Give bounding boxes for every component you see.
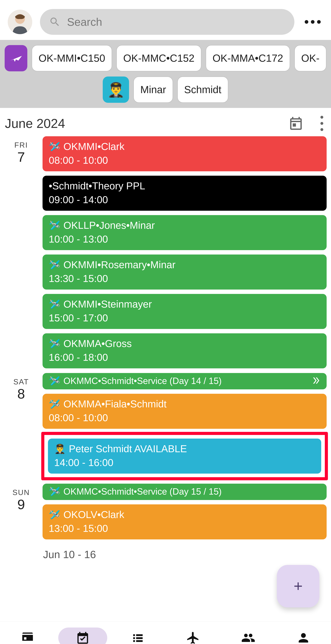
day-column: SAT8	[5, 373, 38, 479]
nav-icon-wrap	[3, 628, 52, 644]
aircraft-pill-ok-mma[interactable]: OK-MMA•C172	[206, 45, 290, 71]
calendar-event[interactable]: 🛩️ OKMMC•Schmidt•Service (Day 15 / 15)	[43, 484, 326, 500]
calendar-event[interactable]: 🛩️ OKMMI•Clark08:00 - 10:00	[43, 136, 326, 171]
day-column: SUN9	[5, 484, 38, 540]
nav-item-schedule[interactable]: Schedule	[55, 622, 110, 644]
event-title: •Schmidt•Theory PPL	[49, 180, 320, 192]
events-column: 🛩️ OKMMC•Schmidt•Service (Day 15 / 15)🛩️…	[43, 484, 326, 540]
event-time: 16:00 - 18:00	[49, 352, 320, 363]
event-title: 🛩️ OKMMC•Schmidt•Service (Day 14 / 15)	[49, 375, 320, 386]
plane-small-icon: 🛩️	[49, 259, 60, 270]
aircraft-pill-ok-mmi[interactable]: OK-MMI•C150	[32, 45, 112, 71]
event-time: 14:00 - 16:00	[54, 457, 315, 468]
calendar-event[interactable]: 🛩️ OKMMA•Fiala•Schmidt08:00 - 10:00	[43, 394, 326, 429]
dot-icon	[320, 128, 323, 131]
avatar[interactable]	[8, 10, 32, 34]
event-title: 🛩️ OKLLP•Jones•Minar	[49, 220, 320, 231]
day-column: FRI7	[5, 136, 38, 368]
day-number: 7	[5, 149, 38, 165]
event-time: 10:00 - 13:00	[49, 233, 320, 245]
person-pill-minar[interactable]: Minar	[133, 76, 173, 103]
plane-small-icon: 🛩️	[49, 299, 60, 310]
people-icon	[241, 631, 255, 644]
next-week-label: Jun 10 - 16	[43, 548, 326, 560]
pilot-icon: 👨‍✈️	[107, 82, 125, 98]
event-title: 🛩️ OKMMI•Rosemary•Minar	[49, 259, 320, 270]
event-time: 08:00 - 10:00	[49, 154, 320, 166]
event-title: 🛩️ OKOLV•Clark	[49, 509, 320, 520]
calendar-event[interactable]: 🛩️ OKMMI•Rosemary•Minar13:30 - 15:00	[43, 254, 326, 290]
events-column: 🛩️ OKMMC•Schmidt•Service (Day 14 / 15)🛩️…	[43, 373, 326, 479]
dot-icon	[320, 116, 323, 118]
nav-icon-wrap	[58, 628, 107, 644]
search-icon	[49, 16, 61, 28]
nav-icon-wrap	[279, 628, 328, 644]
calendar-event[interactable]: 👨‍✈️ Peter Schmidt AVAILABLE14:00 - 16:0…	[48, 438, 321, 474]
nav-item-fleet[interactable]: Fleet	[166, 622, 221, 644]
search-placeholder: Search	[67, 16, 102, 28]
event-title: 🛩️ OKMMI•Steinmayer	[49, 298, 320, 310]
event-time: 15:00 - 17:00	[49, 312, 320, 324]
day-number: 9	[5, 497, 38, 512]
nav-item-info[interactable]: Info	[0, 622, 55, 644]
plane-icon	[186, 631, 200, 644]
person-filter-icon[interactable]: 👨‍✈️	[103, 76, 129, 103]
nav-icon-wrap	[113, 628, 162, 644]
nav-item-contacts[interactable]: Contacts	[221, 622, 276, 644]
nav-icon-wrap	[224, 628, 273, 644]
events-column: 🛩️ OKMMI•Clark08:00 - 10:00 •Schmidt•The…	[43, 136, 326, 368]
calendar-event[interactable]: 🛩️ OKMMA•Gross16:00 - 18:00	[43, 333, 326, 368]
plane-small-icon: 🛩️	[49, 141, 60, 152]
day-block: SAT8🛩️ OKMMC•Schmidt•Service (Day 14 / 1…	[5, 373, 326, 479]
event-time: 13:30 - 15:00	[49, 273, 320, 284]
person-pill-schmidt[interactable]: Schmidt	[177, 76, 228, 103]
calendar-check-icon	[76, 631, 90, 644]
plane-small-icon: 🛩️	[49, 486, 60, 497]
today-icon[interactable]	[288, 116, 304, 131]
highlight-frame: 👨‍✈️ Peter Schmidt AVAILABLE14:00 - 16:0…	[41, 432, 328, 480]
plane-small-icon: 🛩️	[49, 509, 60, 520]
calendar-event[interactable]: 🛩️ OKMMI•Steinmayer15:00 - 17:00	[43, 294, 326, 329]
event-time: 09:00 - 14:00	[49, 194, 320, 206]
dot-icon	[320, 122, 323, 125]
plane-small-icon	[9, 51, 23, 65]
day-of-week: SAT	[5, 378, 38, 386]
event-title: 👨‍✈️ Peter Schmidt AVAILABLE	[54, 443, 315, 455]
multi-day-continue-icon	[311, 376, 320, 386]
day-of-week: FRI	[5, 141, 38, 149]
calendar-event[interactable]: 🛩️ OKOLV•Clark13:00 - 15:00	[43, 504, 326, 540]
add-event-fab[interactable]	[277, 565, 319, 608]
event-time: 08:00 - 10:00	[49, 412, 320, 424]
search-input[interactable]: Search	[40, 9, 294, 35]
more-menu-button[interactable]	[302, 20, 323, 24]
calendar-event[interactable]: •Schmidt•Theory PPL09:00 - 14:00	[43, 176, 326, 211]
pilot-icon: 👨‍✈️	[54, 443, 66, 454]
aircraft-pill-overflow[interactable]: OK-	[294, 45, 326, 71]
calendar-list: FRI7🛩️ OKMMI•Clark08:00 - 10:00 •Schmidt…	[0, 136, 331, 622]
aircraft-filter-icon[interactable]	[5, 45, 27, 71]
filter-bar: OK-MMI•C150 OK-MMC•C152 OK-MMA•C172 OK- …	[0, 40, 331, 108]
person-icon	[296, 631, 310, 644]
calendar-event[interactable]: 🛩️ OKLLP•Jones•Minar10:00 - 13:00	[43, 215, 326, 250]
dot-icon	[317, 20, 321, 24]
plane-small-icon: 🛩️	[49, 338, 60, 349]
nav-item-flights[interactable]: Flights	[110, 622, 166, 644]
calendar-event[interactable]: 🛩️ OKMMC•Schmidt•Service (Day 14 / 15)	[43, 373, 326, 389]
plane-small-icon: 🛩️	[49, 398, 60, 410]
month-more-button[interactable]	[320, 116, 323, 131]
day-of-week: SUN	[5, 488, 38, 497]
avatar-image	[8, 10, 32, 34]
plane-small-icon: 🛩️	[49, 220, 60, 231]
month-title: June 2024	[5, 116, 65, 131]
nav-icon-wrap	[169, 628, 218, 644]
event-time: 13:00 - 15:00	[49, 522, 320, 534]
event-title: 🛩️ OKMMC•Schmidt•Service (Day 15 / 15)	[49, 486, 320, 497]
dot-icon	[305, 20, 308, 24]
aircraft-pill-ok-mmc[interactable]: OK-MMC•C152	[116, 45, 201, 71]
nav-item-personal[interactable]: Personal	[276, 622, 331, 644]
info-icon	[21, 631, 35, 644]
event-title: 🛩️ OKMMA•Gross	[49, 338, 320, 350]
plus-icon	[292, 580, 304, 592]
event-title: 🛩️ OKMMA•Fiala•Schmidt	[49, 398, 320, 410]
day-number: 8	[5, 386, 38, 402]
